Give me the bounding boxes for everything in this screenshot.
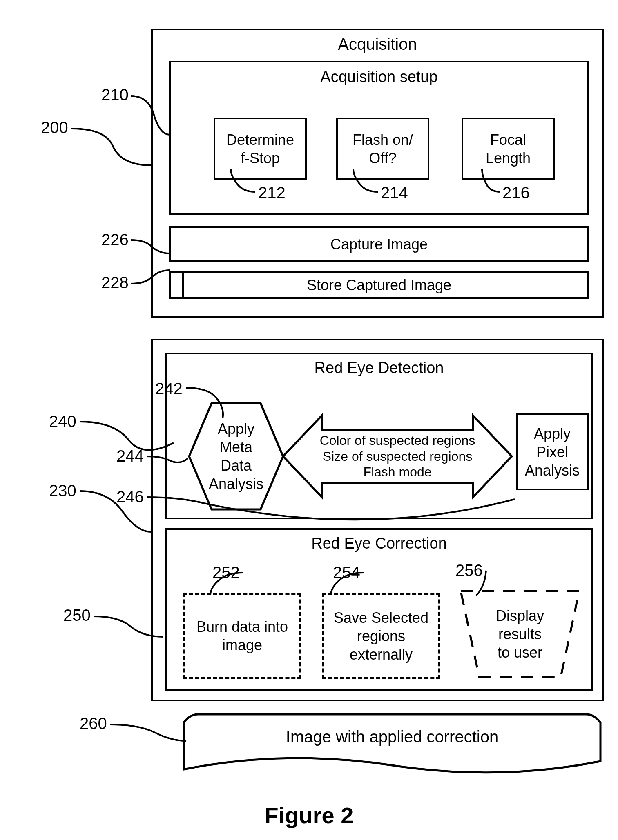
capture-image-text: Capture Image: [330, 235, 428, 253]
label-254: 254: [333, 563, 360, 582]
flash-box: Flash on/ Off?: [336, 118, 429, 180]
label-240: 240: [49, 412, 76, 431]
focal-text: Focal Length: [486, 131, 531, 167]
label-200: 200: [41, 118, 68, 137]
acquisition-box: Acquisition Acquisition setup Determine …: [151, 29, 604, 318]
store-image-text: Store Captured Image: [307, 276, 451, 294]
pixel-text: Apply Pixel Analysis: [525, 424, 580, 480]
label-260: 260: [80, 714, 107, 733]
processing-box: Red Eye Detection Apply Meta Data Analys…: [151, 339, 604, 701]
detection-title: Red Eye Detection: [167, 359, 591, 377]
detection-box: Red Eye Detection Apply Meta Data Analys…: [165, 353, 593, 519]
focal-box: Focal Length: [462, 118, 555, 180]
save-text: Save Selected regions externally: [324, 609, 438, 664]
output-text: Image with applied correction: [286, 728, 498, 746]
label-246: 246: [116, 488, 144, 506]
burn-box: Burn data into image: [183, 593, 301, 679]
fstop-box: Determine f-Stop: [214, 118, 307, 180]
label-212: 212: [258, 184, 286, 202]
label-210: 210: [101, 86, 129, 104]
burn-text: Burn data into image: [185, 618, 299, 654]
capture-image-box: Capture Image: [169, 226, 589, 262]
label-242: 242: [155, 380, 183, 398]
label-256: 256: [455, 561, 483, 580]
pixel-box: Apply Pixel Analysis: [516, 413, 589, 490]
meta-text: Apply Meta Data Analysis: [209, 420, 263, 493]
correction-title: Red Eye Correction: [167, 535, 591, 552]
fstop-text: Determine f-Stop: [226, 131, 294, 167]
label-226: 226: [101, 231, 129, 249]
arrow-text: Color of suspected regions Size of suspe…: [316, 433, 479, 480]
figure-caption: Figure 2: [265, 802, 354, 828]
label-230: 230: [49, 482, 76, 500]
acquisition-setup-title: Acquisition setup: [171, 68, 587, 86]
correction-box: Red Eye Correction Burn data into image …: [165, 528, 593, 691]
display-text: Display results to user: [496, 607, 544, 662]
label-228: 228: [101, 273, 129, 292]
acquisition-title: Acquisition: [153, 35, 602, 53]
label-244: 244: [116, 447, 144, 465]
label-214: 214: [381, 184, 408, 202]
label-252: 252: [212, 563, 240, 582]
flash-text: Flash on/ Off?: [353, 131, 413, 167]
store-image-box: Store Captured Image: [169, 271, 589, 299]
label-250: 250: [63, 606, 91, 624]
label-216: 216: [502, 184, 530, 202]
save-box: Save Selected regions externally: [322, 593, 440, 679]
